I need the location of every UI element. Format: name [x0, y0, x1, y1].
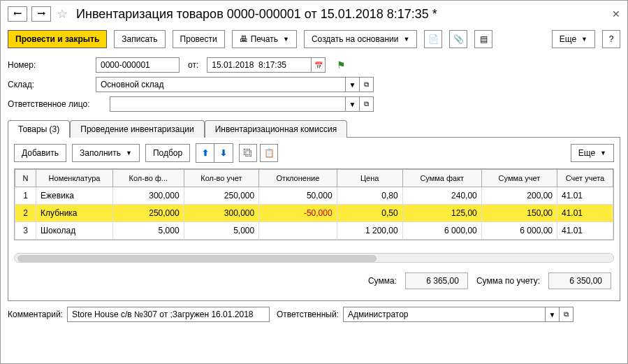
move-up-button[interactable]: ⬆	[196, 144, 214, 162]
report-icon-button[interactable]: 📄	[424, 30, 442, 48]
tab-more-button[interactable]: Еще ▼	[571, 144, 614, 162]
open-icon[interactable]: ⧉	[360, 77, 374, 92]
tab-inventory[interactable]: Проведение инвентаризации	[70, 120, 204, 138]
warehouse-input[interactable]	[96, 77, 346, 92]
nav-back-button[interactable]: 🠔	[8, 6, 27, 22]
chevron-down-icon: ▼	[403, 36, 409, 43]
dropdown-icon[interactable]: ▼	[346, 77, 360, 92]
col-qty-fact: Кол-во ф...	[113, 170, 184, 187]
table-row[interactable]: 3Шоколад5,0005,0001 200,006 000,006 000,…	[15, 222, 613, 240]
chevron-down-icon: ▼	[581, 36, 587, 43]
help-button[interactable]: ?	[602, 30, 620, 48]
tab-goods[interactable]: Товары (3)	[8, 120, 70, 138]
paste-icon-button[interactable]: 📋	[260, 144, 278, 162]
comment-input[interactable]	[67, 307, 270, 322]
more-button[interactable]: Еще ▼	[552, 30, 595, 48]
move-down-button[interactable]: ⬇	[214, 144, 233, 162]
calendar-icon[interactable]: 📅	[312, 57, 326, 73]
col-qty-acc: Кол-во учет	[184, 170, 259, 187]
footer-responsible-label: Ответственный:	[277, 310, 339, 319]
col-deviation: Отклонение	[259, 170, 337, 187]
dropdown-icon[interactable]: ▼	[346, 96, 360, 112]
table-row[interactable]: 1Ежевика300,000250,00050,0000,80240,0020…	[15, 187, 613, 205]
goods-table[interactable]: N Номенклатура Кол-во ф... Кол-во учет О…	[15, 169, 613, 240]
select-button[interactable]: Подбор	[145, 144, 190, 162]
dropdown-icon[interactable]: ▼	[546, 307, 560, 322]
close-icon[interactable]: ✕	[612, 8, 620, 20]
col-sum-fact: Сумма факт	[402, 170, 481, 187]
col-price: Цена	[337, 170, 402, 187]
favorite-icon[interactable]: ☆	[55, 7, 69, 21]
responsible-input[interactable]	[110, 96, 346, 112]
col-nomenclature: Номенклатура	[36, 170, 113, 187]
fill-button[interactable]: Заполнить ▼	[72, 144, 140, 162]
number-label: Номер:	[8, 60, 92, 70]
list-icon-button[interactable]: ▤	[474, 30, 492, 48]
nav-forward-button[interactable]: 🠖	[31, 6, 51, 22]
post-and-close-button[interactable]: Провести и закрыть	[8, 30, 107, 48]
sum-acc-label: Сумма по учету:	[476, 276, 540, 286]
status-check-icon: ⚑	[337, 59, 346, 71]
add-button[interactable]: Добавить	[14, 144, 66, 162]
printer-icon: 🖶	[240, 34, 248, 44]
warehouse-label: Склад:	[8, 80, 92, 89]
horizontal-scrollbar[interactable]	[14, 253, 614, 263]
col-account: Счет учета	[557, 170, 613, 187]
number-input[interactable]	[96, 57, 180, 73]
sum-label: Сумма:	[368, 276, 397, 286]
col-sum-acc: Сумма учет	[481, 170, 557, 187]
attachment-icon-button[interactable]: 📎	[449, 30, 467, 48]
sum-value: 6 365,00	[405, 272, 468, 289]
tab-commission[interactable]: Инвентаризационная комиссия	[205, 120, 348, 138]
open-icon[interactable]: ⧉	[360, 96, 374, 112]
print-button[interactable]: 🖶 Печать ▼	[232, 30, 297, 48]
scroll-thumb[interactable]	[17, 255, 377, 262]
copy-icon-button[interactable]: ⿻	[239, 144, 257, 162]
chevron-down-icon: ▼	[600, 150, 606, 156]
sum-acc-value: 6 350,00	[548, 272, 611, 289]
footer-responsible-input[interactable]	[343, 307, 546, 322]
create-based-button[interactable]: Создать на основании ▼	[304, 30, 417, 48]
responsible-label: Ответственное лицо:	[8, 99, 105, 109]
chevron-down-icon: ▼	[126, 150, 132, 156]
chevron-down-icon: ▼	[283, 36, 289, 43]
window-title: Инвентаризация товаров 0000-000001 от 15…	[76, 7, 437, 22]
comment-label: Комментарий:	[8, 310, 63, 319]
table-row[interactable]: 2Клубника250,000300,000-50,0000,50125,00…	[15, 205, 613, 222]
post-button[interactable]: Провести	[173, 30, 225, 48]
col-n: N	[15, 170, 36, 187]
write-button[interactable]: Записать	[114, 30, 165, 48]
date-input[interactable]	[207, 57, 312, 73]
open-icon[interactable]: ⧉	[560, 307, 574, 322]
from-label: от:	[188, 60, 198, 70]
